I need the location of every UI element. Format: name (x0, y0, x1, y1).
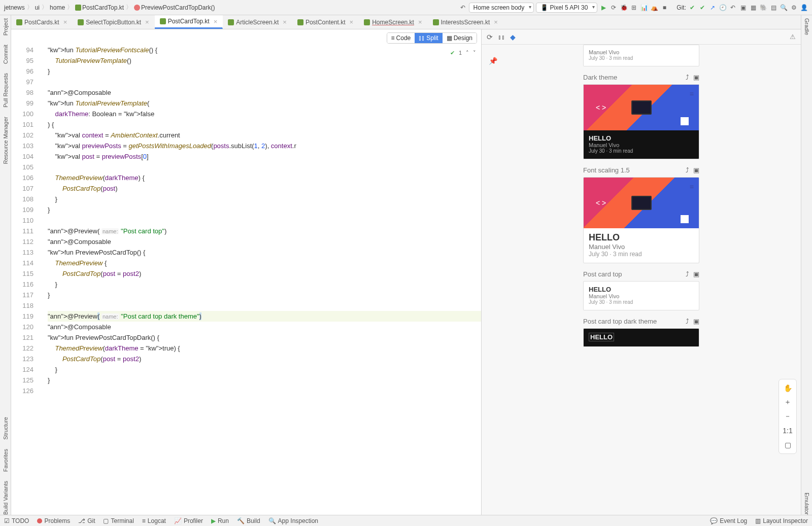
run-config-dropdown[interactable]: Home screen body (469, 3, 534, 13)
git-commit-icon[interactable]: ✔ (688, 4, 696, 12)
layers-icon[interactable]: ◆ (510, 33, 516, 41)
zoom-controls: ✋ ＋ － 1:1 ▢ (779, 379, 797, 454)
history-icon[interactable]: 🕘 (719, 4, 727, 12)
breadcrumb-item[interactable]: ui (35, 4, 40, 11)
rollback-icon[interactable]: ↶ (729, 4, 737, 12)
profile-icon[interactable]: 📊 (640, 4, 648, 12)
tool-logcat[interactable]: ≡ Logcat (142, 517, 166, 524)
close-icon[interactable]: × (418, 18, 422, 26)
preview-card-fontscale[interactable]: < >≡ HELLO Manuel Vivo July 30 · 3 min r… (583, 177, 699, 263)
git-push-check-icon[interactable]: ✔ (698, 4, 706, 12)
view-split[interactable]: ⫿⫿ Split (415, 33, 442, 43)
tab-articlescreen[interactable]: ArticleScreen.kt× (223, 15, 292, 29)
zoom-ratio[interactable]: 1:1 (782, 425, 793, 436)
view-code[interactable]: ≡ Code (387, 33, 415, 43)
chevron-up-icon[interactable]: ˄ (466, 48, 469, 58)
run-icon[interactable]: ▶ (599, 4, 607, 12)
breadcrumb-item[interactable]: PostCardTop.kt (75, 4, 124, 11)
tool-resource-manager[interactable]: Resource Manager (3, 117, 9, 164)
line-gutter[interactable]: 9495969798991001011021031041051061071081… (11, 45, 39, 515)
animation-icon[interactable]: ▣ (693, 270, 699, 278)
tool-git[interactable]: ⎇ Git (78, 517, 95, 524)
close-icon[interactable]: × (494, 18, 498, 26)
tool-problems[interactable]: Problems (37, 517, 70, 524)
pan-icon[interactable]: ✋ (782, 382, 793, 394)
tab-postcards[interactable]: PostCards.kt× (11, 15, 73, 29)
interactive-icon[interactable]: ⫾⫾ (498, 33, 505, 41)
preview-card-dark[interactable]: < >≡ HELLO Manuel Vivo July 30 · 3 min r… (583, 84, 699, 159)
pin-icon[interactable]: 📌 (489, 57, 497, 65)
kotlin-file-icon (16, 19, 22, 25)
kotlin-file-icon (364, 19, 370, 25)
code-editor[interactable]: ≡ Code ⫿⫿ Split ▦ Design 949596979899100… (11, 29, 481, 515)
tool-event-log[interactable]: 💬 Event Log (710, 517, 747, 524)
stop-icon[interactable]: ■ (660, 4, 668, 12)
breadcrumb-item[interactable]: PreviewPostCardTopDark() (134, 4, 215, 11)
tool-run[interactable]: ▶ Run (211, 517, 229, 524)
zoom-fit-icon[interactable]: ▢ (782, 439, 793, 450)
coverage-icon[interactable]: ⊞ (630, 4, 638, 12)
tool-project[interactable]: Project (3, 18, 9, 36)
back-icon[interactable]: ↶ (459, 4, 467, 12)
close-icon[interactable]: × (63, 18, 67, 26)
tool-app-inspection[interactable]: 🔍 App Inspection (268, 517, 318, 524)
device-dropdown[interactable]: 📱 Pixel 5 API 30 (536, 3, 597, 13)
tool-build-variants[interactable]: Build Variants (3, 481, 9, 515)
tab-interestsscreen[interactable]: InterestsScreen.kt× (428, 15, 503, 29)
preview-card-light[interactable]: HELLO Manuel Vivo July 30 · 3 min read (583, 281, 699, 310)
code-lines[interactable]: ✔1 ˄ ˅ "kw">fun TutorialPreviewFontscale… (48, 45, 481, 515)
breadcrumb-item[interactable]: jetnews (4, 4, 25, 11)
tool-emulator[interactable]: Emulator (804, 493, 810, 515)
search-icon[interactable]: 🔍 (780, 4, 788, 12)
tool-layout-inspector[interactable]: ▥ Layout Inspector (755, 517, 808, 524)
zoom-in-icon[interactable]: ＋ (782, 397, 793, 408)
preview-scroll[interactable]: 📌 Manuel Vivo July 30 · 3 min read Dark … (482, 45, 801, 515)
refresh-icon[interactable]: ⟳ (487, 33, 493, 41)
tab-homescreen[interactable]: HomeScreen.kt× (359, 15, 427, 29)
bottom-tool-bar: ☑ TODO Problems ⎇ Git ▢ Terminal ≡ Logca… (0, 515, 812, 526)
debug-icon[interactable]: 🐞 (620, 4, 628, 12)
animation-icon[interactable]: ▣ (693, 74, 699, 81)
git-push-icon[interactable]: ↗ (708, 4, 717, 12)
project-structure-icon[interactable]: ▤ (769, 4, 777, 12)
tab-selecttopicbutton[interactable]: SelectTopicButton.kt× (73, 15, 154, 29)
tool-profiler[interactable]: 📈 Profiler (174, 517, 203, 524)
tool-structure[interactable]: Structure (3, 417, 9, 440)
tool-build[interactable]: 🔨 Build (237, 517, 260, 524)
sync-gradle-icon[interactable]: 🐘 (759, 4, 767, 12)
close-icon[interactable]: × (214, 18, 218, 25)
avatar-icon[interactable]: 👤 (800, 4, 808, 12)
tool-todo[interactable]: ☑ TODO (4, 517, 29, 524)
settings-icon[interactable]: ⚙ (790, 4, 798, 12)
inspection-widget[interactable]: ✔1 ˄ ˅ (450, 48, 476, 58)
deploy-icon[interactable]: ⤴ (686, 318, 689, 325)
breadcrumb-item[interactable]: home (50, 4, 65, 11)
tool-favorites[interactable]: Favorites (3, 449, 9, 472)
zoom-out-icon[interactable]: － (782, 411, 793, 422)
deploy-icon[interactable]: ⤴ (686, 166, 689, 174)
warning-icon[interactable]: ⚠ (790, 33, 796, 41)
deploy-icon[interactable]: ⤴ (686, 270, 689, 278)
attach-debugger-icon[interactable]: ⛺ (650, 4, 658, 12)
tool-gradle[interactable]: Gradle (804, 18, 810, 35)
deploy-icon[interactable]: ⤴ (686, 74, 689, 81)
apply-changes-icon[interactable]: ⟳ (610, 4, 618, 12)
close-icon[interactable]: × (350, 18, 354, 26)
tab-postcontent[interactable]: PostContent.kt× (292, 15, 359, 29)
sdk-manager-icon[interactable]: ▦ (749, 4, 757, 12)
tool-terminal[interactable]: ▢ Terminal (103, 517, 133, 524)
animation-icon[interactable]: ▣ (693, 318, 699, 325)
function-icon (134, 5, 140, 11)
breadcrumb[interactable]: jetnews〉 ui〉 home〉 PostCardTop.kt〉 Previ… (4, 3, 215, 12)
tab-postcardtop[interactable]: PostCardTop.kt× (155, 15, 223, 29)
animation-icon[interactable]: ▣ (693, 166, 699, 174)
close-icon[interactable]: × (145, 18, 149, 26)
tool-pull-requests[interactable]: Pull Requests (3, 73, 9, 108)
preview-card[interactable]: Manuel Vivo July 30 · 3 min read (583, 45, 699, 66)
chevron-down-icon[interactable]: ˅ (473, 48, 476, 58)
avd-manager-icon[interactable]: ▣ (739, 4, 747, 12)
view-design[interactable]: ▦ Design (443, 33, 477, 43)
preview-card-dark-text[interactable]: HELLO (583, 328, 699, 347)
close-icon[interactable]: × (283, 18, 287, 26)
tool-commit[interactable]: Commit (3, 45, 9, 64)
